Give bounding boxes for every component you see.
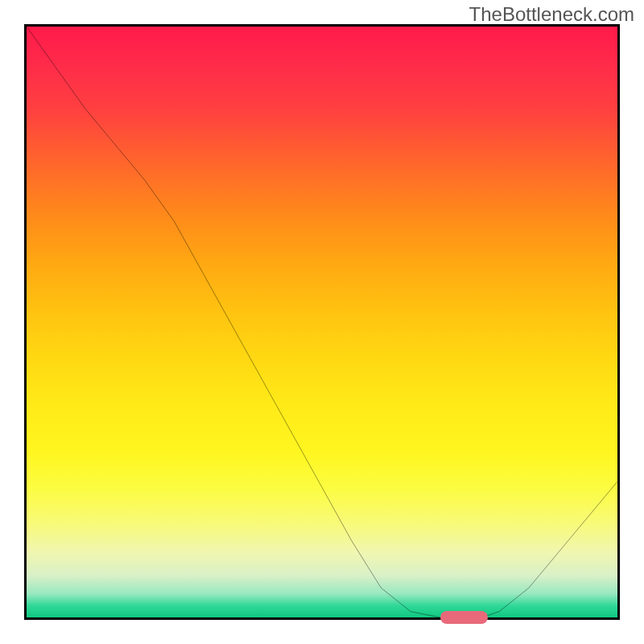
plot-area [24, 24, 620, 620]
heatmap-gradient-background [27, 27, 617, 617]
optimal-marker [440, 611, 488, 624]
watermark-text: TheBottleneck.com [469, 3, 634, 26]
